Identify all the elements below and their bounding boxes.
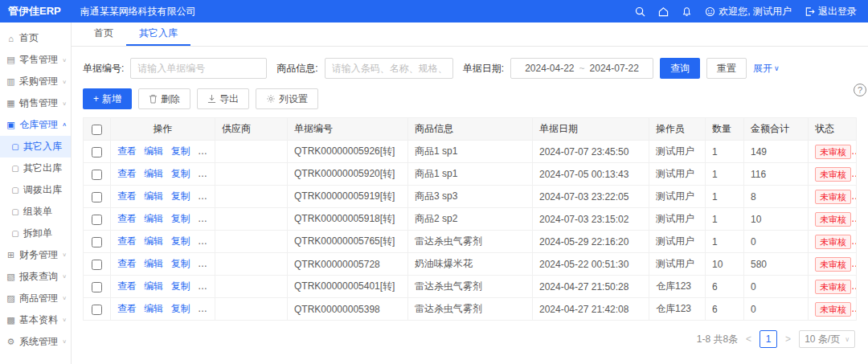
view-link[interactable]: 查看 — [117, 258, 137, 269]
chevron-down-icon: ∨ — [845, 336, 850, 343]
search-icon[interactable] — [635, 6, 645, 17]
view-link[interactable]: 查看 — [117, 213, 137, 224]
content: 单据编号: 商品信息: 单据日期: 2024-04-22 ~ 2024-07-2… — [72, 47, 868, 364]
copy-link[interactable]: 复制 — [171, 168, 190, 179]
copy-link[interactable]: 复制 — [171, 258, 190, 269]
delete-link[interactable]: 删除 — [198, 190, 215, 202]
row-checkbox[interactable] — [92, 192, 102, 202]
row-checkbox[interactable] — [92, 305, 102, 315]
view-link[interactable]: 查看 — [117, 190, 137, 202]
sidebar-subitem-other-outbound[interactable]: ▢其它出库 — [0, 157, 71, 179]
sidebar-subitem-assembly-order[interactable]: ▢组装单 — [0, 201, 71, 223]
sidebar-item-reports[interactable]: ▧报表查询∨ — [0, 266, 71, 288]
goods-info-label: 商品信息: — [276, 62, 317, 76]
bell-icon[interactable] — [682, 6, 692, 17]
sidebar-item-basic-data[interactable]: ▩基本资料∨ — [0, 309, 71, 331]
company-name: 南通某某网络科技有限公司 — [80, 5, 196, 18]
next-page-button[interactable]: > — [784, 333, 792, 345]
cell-operator: 测试用户 — [649, 231, 706, 253]
copy-link[interactable]: 复制 — [171, 145, 190, 157]
sidebar-item-home[interactable]: ⌂首页 — [0, 27, 71, 49]
cell-doc-date: 2024-04-27 21:50:28 — [533, 276, 649, 298]
cell-operator: 测试用户 — [649, 186, 706, 208]
sidebar-item-goods[interactable]: ▨商品管理∨ — [0, 288, 71, 309]
row-checkbox[interactable] — [92, 237, 102, 247]
edit-link[interactable]: 编辑 — [144, 258, 163, 269]
doc-date-label: 单据日期: — [463, 62, 504, 76]
add-button[interactable]: + 新增 — [83, 88, 132, 109]
view-link[interactable]: 查看 — [117, 168, 137, 179]
chevron-up-icon: ∧ — [62, 122, 67, 128]
delete-link[interactable]: 删除 — [198, 258, 215, 269]
cell-status: 未审核 — [809, 253, 857, 276]
welcome-user[interactable]: 欢迎您, 测试用户 — [705, 5, 792, 18]
edit-link[interactable]: 编辑 — [144, 145, 163, 157]
tab-other-inbound[interactable]: 其它入库 — [126, 22, 190, 46]
sidebar-item-sales[interactable]: ▦销售管理∨ — [0, 92, 71, 114]
status-badge: 未审核 — [815, 212, 851, 227]
select-all-checkbox[interactable] — [92, 125, 102, 135]
page-number-1[interactable]: 1 — [760, 330, 777, 348]
delete-link[interactable]: 删除 — [198, 280, 215, 292]
delete-link[interactable]: 删除 — [198, 145, 215, 157]
doc-no-input[interactable] — [130, 58, 267, 79]
delete-link[interactable]: 删除 — [198, 235, 215, 247]
copy-link[interactable]: 复制 — [171, 303, 190, 314]
delete-button[interactable]: 删除 — [138, 88, 190, 109]
view-link[interactable]: 查看 — [117, 280, 137, 292]
edit-link[interactable]: 编辑 — [144, 235, 163, 247]
edit-link[interactable]: 编辑 — [144, 280, 163, 292]
prev-page-button[interactable]: < — [744, 333, 753, 345]
column-settings-button[interactable]: 列设置 — [256, 88, 318, 109]
tab-home[interactable]: 首页 — [81, 22, 126, 46]
copy-link[interactable]: 复制 — [171, 190, 190, 202]
home-icon[interactable] — [658, 6, 669, 17]
cell-status: 未审核 — [809, 163, 857, 186]
sidebar-item-purchase[interactable]: ▥采购管理∨ — [0, 71, 71, 92]
sidebar-subitem-disassembly-order[interactable]: ▢拆卸单 — [0, 223, 71, 244]
row-checkbox[interactable] — [92, 282, 102, 292]
page-size-select[interactable]: 10 条/页 ∨ — [799, 330, 855, 348]
reset-button[interactable]: 重置 — [706, 58, 747, 79]
view-link[interactable]: 查看 — [117, 303, 137, 314]
copy-link[interactable]: 复制 — [171, 280, 190, 292]
help-icon[interactable]: ? — [854, 84, 866, 96]
chevron-down-icon: ∨ — [62, 296, 67, 301]
row-checkbox[interactable] — [92, 260, 102, 270]
sidebar-item-retail[interactable]: ▤零售管理∨ — [0, 49, 71, 71]
view-link[interactable]: 查看 — [117, 145, 137, 157]
delete-link[interactable]: 删除 — [198, 213, 215, 224]
cell-supplier — [215, 298, 288, 321]
chevron-down-icon: ∨ — [62, 79, 67, 84]
copy-link[interactable]: 复制 — [171, 235, 190, 247]
delete-link[interactable]: 删除 — [198, 168, 215, 179]
cell-quantity: 10 — [706, 253, 744, 276]
edit-link[interactable]: 编辑 — [144, 190, 163, 202]
sidebar-item-finance[interactable]: ⊞财务管理∨ — [0, 244, 71, 266]
delete-link[interactable]: 删除 — [198, 303, 215, 314]
doc-icon: ▢ — [10, 164, 20, 173]
view-link[interactable]: 查看 — [117, 235, 137, 247]
edit-link[interactable]: 编辑 — [144, 168, 163, 179]
row-checkbox[interactable] — [92, 147, 102, 157]
sidebar-item-system[interactable]: ⚙系统管理∨ — [0, 331, 71, 353]
goods-info-input[interactable] — [325, 58, 453, 79]
edit-link[interactable]: 编辑 — [144, 213, 163, 224]
sidebar-subitem-transfer-outbound[interactable]: ▢调拨出库 — [0, 179, 71, 201]
search-button[interactable]: 查询 — [660, 58, 700, 79]
header-supplier: 供应商 — [215, 118, 288, 141]
app-logo: 管伊佳ERP — [0, 4, 69, 18]
sidebar-subitem-other-inbound[interactable]: ▢其它入库 — [0, 136, 71, 157]
logout-button[interactable]: 退出登录 — [805, 5, 857, 18]
export-button[interactable]: 导出 — [197, 88, 249, 109]
edit-link[interactable]: 编辑 — [144, 303, 163, 314]
warehouse-icon: ▣ — [6, 120, 16, 130]
sidebar-item-warehouse[interactable]: ▣仓库管理∧ — [0, 114, 71, 136]
expand-link[interactable]: 展开 ∨ — [753, 62, 780, 76]
row-checkbox[interactable] — [92, 170, 102, 180]
header-goods-info: 商品信息 — [408, 118, 533, 141]
cell-doc-no: QTRK00000005728 — [288, 253, 408, 276]
row-checkbox[interactable] — [92, 215, 102, 225]
copy-link[interactable]: 复制 — [171, 213, 190, 224]
date-range-picker[interactable]: 2024-04-22 ~ 2024-07-22 — [510, 58, 653, 79]
